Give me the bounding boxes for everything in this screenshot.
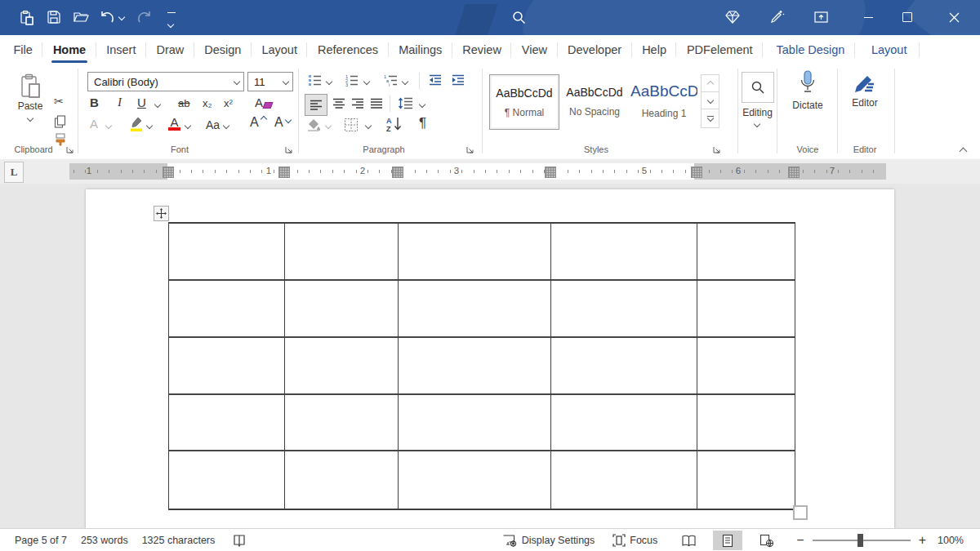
align-right-button[interactable] (351, 98, 364, 109)
tab-design[interactable]: Design (194, 36, 252, 64)
multilevel-list-button[interactable]: 1 a i (384, 73, 398, 87)
zoom-slider[interactable] (813, 540, 911, 541)
table-cell[interactable] (285, 338, 399, 395)
tab-draw[interactable]: Draw (146, 36, 194, 64)
table-cell[interactable] (169, 395, 285, 451)
align-center-button[interactable] (332, 98, 345, 109)
paragraph-dialog-launcher[interactable] (466, 145, 475, 155)
editing-button[interactable] (742, 72, 774, 103)
zoom-in-button[interactable]: + (919, 533, 926, 548)
line-spacing-dropdown-icon[interactable] (419, 101, 425, 108)
zoom-out-button[interactable]: − (796, 533, 804, 548)
clipboard-dialog-launcher[interactable] (65, 145, 75, 155)
font-dialog-launcher[interactable] (284, 145, 294, 155)
borders-dropdown-icon[interactable] (365, 122, 372, 129)
tab-pdfelement[interactable]: PDFelement (676, 36, 763, 64)
clear-formatting-button[interactable]: A (255, 96, 263, 109)
table-cell[interactable] (697, 451, 795, 509)
sparkle-pen-icon[interactable] (764, 5, 789, 29)
dictate-button[interactable]: Dictate (786, 69, 830, 111)
table-column-marker[interactable] (392, 167, 403, 178)
table-cell[interactable] (285, 281, 399, 338)
table-cell[interactable] (399, 338, 551, 395)
table-cell[interactable] (399, 281, 551, 338)
table-column-marker[interactable] (278, 167, 290, 178)
table-cell[interactable] (169, 451, 285, 509)
increase-indent-button[interactable] (451, 73, 466, 87)
table-cell[interactable] (697, 281, 795, 338)
numbering-dropdown-icon[interactable] (363, 78, 370, 85)
sort-button[interactable]: A Z (385, 116, 403, 132)
gem-icon[interactable] (720, 5, 745, 29)
table-cell[interactable] (169, 224, 285, 281)
proofing-status[interactable] (233, 534, 246, 548)
read-mode-button[interactable] (674, 531, 703, 550)
editing-dropdown-icon[interactable] (754, 121, 760, 127)
maximize-button[interactable] (895, 5, 920, 29)
open-icon[interactable] (69, 5, 93, 29)
tab-insert[interactable]: Insert (96, 36, 146, 64)
tab-file[interactable]: File (3, 36, 42, 64)
shrink-font-button[interactable]: A (274, 115, 283, 130)
pilcrow-button[interactable]: ¶ (419, 115, 426, 131)
table-cell[interactable] (169, 338, 285, 395)
tab-mailings[interactable]: Mailings (389, 36, 452, 64)
style-heading-1[interactable]: AaBbCcDd Heading 1 (630, 74, 697, 128)
highlight-button[interactable] (129, 116, 144, 132)
table-cell[interactable] (399, 451, 551, 509)
change-case-button[interactable]: Aa (206, 118, 220, 131)
style-no-spacing[interactable]: AaBbCcDd No Spacing (561, 74, 628, 128)
minimize-button[interactable] (856, 5, 880, 29)
table-cell[interactable] (551, 224, 697, 281)
display-settings-button[interactable]: Display Settings (502, 534, 595, 548)
font-color-button[interactable]: A (168, 115, 180, 131)
style-normal[interactable]: AaBbCcDd ¶ Normal (489, 74, 559, 130)
paste-icon[interactable] (14, 5, 38, 29)
bullets-button[interactable] (308, 73, 322, 87)
web-layout-button[interactable] (752, 531, 782, 550)
paste-button[interactable]: Paste (11, 72, 49, 134)
table-cell[interactable] (551, 451, 697, 509)
customize-toolbar-icon[interactable] (167, 12, 176, 30)
table-cell[interactable] (697, 395, 795, 451)
tab-layout-contextual[interactable]: Layout (858, 36, 920, 64)
table-column-marker[interactable] (163, 167, 174, 178)
cut-button[interactable]: ✂ (54, 95, 64, 108)
character-count[interactable]: 1325 characters (142, 535, 216, 546)
undo-dropdown-icon[interactable] (118, 14, 125, 20)
highlight-dropdown-icon[interactable] (146, 122, 153, 129)
page-indicator[interactable]: Page 5 of 7 (15, 535, 67, 546)
table-cell[interactable] (399, 395, 551, 451)
text-effects-button[interactable]: A (90, 117, 98, 131)
table-cell[interactable] (399, 224, 551, 281)
table-cell[interactable] (285, 395, 399, 451)
editor-button[interactable]: Editor (843, 69, 887, 109)
table-cell[interactable] (551, 338, 697, 395)
table-cell[interactable] (551, 281, 697, 338)
grow-font-button[interactable]: A (250, 115, 259, 130)
document-page[interactable] (86, 189, 894, 528)
underline-dropdown-icon[interactable] (154, 101, 161, 108)
zoom-level[interactable]: 100% (938, 535, 964, 546)
shading-dropdown-icon[interactable] (325, 122, 332, 129)
print-layout-button[interactable] (713, 531, 742, 550)
tab-developer[interactable]: Developer (558, 36, 632, 64)
table-move-handle[interactable] (154, 206, 169, 221)
italic-button[interactable]: I (118, 96, 122, 109)
table-resize-handle[interactable] (793, 505, 808, 520)
word-count[interactable]: 253 words (81, 535, 128, 546)
justify-button[interactable] (370, 98, 383, 109)
bullets-dropdown-icon[interactable] (326, 78, 332, 85)
table-column-marker[interactable] (691, 167, 702, 178)
borders-button[interactable] (344, 118, 359, 132)
table-cell[interactable] (697, 338, 795, 395)
numbering-button[interactable]: 1 2 3 (345, 73, 359, 87)
table-cell[interactable] (285, 451, 399, 509)
table-cell[interactable] (169, 281, 285, 338)
tab-review[interactable]: Review (452, 36, 512, 64)
subscript-button[interactable]: x₂ (203, 97, 212, 109)
font-size-combo[interactable]: 11 (247, 72, 293, 91)
shading-button[interactable] (306, 118, 321, 131)
superscript-button[interactable]: x² (224, 97, 233, 109)
decrease-indent-button[interactable] (428, 73, 443, 87)
